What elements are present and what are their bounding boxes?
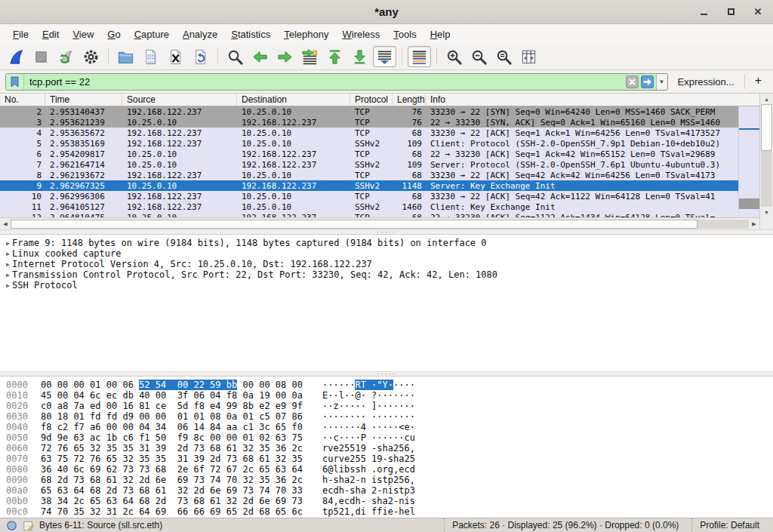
clear-filter-button[interactable] <box>626 75 639 88</box>
open-file-button[interactable] <box>114 46 137 67</box>
reload-file-button[interactable] <box>189 46 212 67</box>
packet-row-4[interactable]: 42.953635672192.168.122.23710.25.0.10TCP… <box>0 128 738 138</box>
close-file-button[interactable] <box>164 46 187 67</box>
filter-bookmark-button[interactable] <box>6 74 24 90</box>
packet-row-9[interactable]: 92.96296732510.25.0.10192.168.122.237SSH… <box>0 180 738 191</box>
vertical-scroll-track[interactable] <box>761 104 772 207</box>
hex-row[interactable]: 0040f8 c2 f7 a6 00 00 04 34 06 14 84 aa … <box>0 422 773 432</box>
packet-row-8[interactable]: 82.962193672192.168.122.23710.25.0.10TCP… <box>0 170 738 180</box>
packet-list-vertical-scrollbar[interactable]: ▲ ▼ <box>759 94 773 217</box>
go-last-button[interactable] <box>348 46 371 67</box>
column-header-destination[interactable]: Destination <box>237 94 350 106</box>
packet-list-horizontal-scrollbar[interactable]: ◀ ▶ <box>0 217 759 229</box>
filter-dropdown-caret[interactable]: ▾ <box>656 74 667 90</box>
zoom-out-button[interactable] <box>467 46 491 67</box>
intelligent-scrollbar-minimap[interactable] <box>738 106 759 217</box>
save-file-button[interactable]: 010101101011 <box>139 46 162 67</box>
menu-tools[interactable]: Tools <box>386 26 423 42</box>
apply-filter-button[interactable] <box>641 75 654 88</box>
add-filter-button[interactable]: + <box>750 74 768 89</box>
detail-line[interactable]: ▶Transmission Control Protocol, Src Port… <box>0 269 773 280</box>
zoom-in-button[interactable] <box>442 46 466 67</box>
expand-twisty-icon[interactable]: ▶ <box>0 240 12 247</box>
capture-comment-button[interactable] <box>23 520 34 531</box>
restart-capture-button[interactable] <box>54 46 78 67</box>
titlebar[interactable]: *any ✕ <box>0 0 773 24</box>
column-header-time[interactable]: Time <box>45 94 122 106</box>
packet-row-11[interactable]: 112.964105127192.168.122.23710.25.0.10SS… <box>0 201 738 212</box>
hex-row[interactable]: 007063 75 72 76 65 32 35 35 31 39 2d 73 … <box>0 454 773 464</box>
display-filter-input[interactable]: tcp.port == 22 ▾ <box>5 73 668 91</box>
menu-capture[interactable]: Capture <box>128 26 176 42</box>
pane-splitter-bottom[interactable]: ····· <box>0 371 773 377</box>
menu-statistics[interactable]: Statistics <box>224 26 277 42</box>
column-header-protocol[interactable]: Protocol <box>350 94 393 106</box>
expand-twisty-icon[interactable]: ▶ <box>0 251 12 257</box>
packet-row-6[interactable]: 62.95420981710.25.0.10192.168.122.237TCP… <box>0 149 738 159</box>
packet-row-2[interactable]: 22.953140437192.168.122.23710.25.0.10TCP… <box>0 106 738 117</box>
detail-line[interactable]: ▶SSH Protocol <box>0 280 773 291</box>
hex-row[interactable]: 009068 2d 73 68 61 32 2d 6e 69 73 74 70 … <box>0 475 773 485</box>
column-header-source[interactable]: Source <box>122 94 237 106</box>
detail-line[interactable]: ▶Frame 9: 1148 bytes on wire (9184 bits)… <box>0 238 773 248</box>
vertical-scroll-thumb[interactable] <box>761 104 772 151</box>
menu-analyze[interactable]: Analyze <box>176 26 224 42</box>
hex-row[interactable]: 00b038 34 2c 65 63 64 68 2d 73 68 61 32 … <box>0 496 773 506</box>
horizontal-scroll-track[interactable] <box>11 220 749 229</box>
scroll-up-arrow-icon[interactable]: ▲ <box>760 94 773 104</box>
expand-twisty-icon[interactable]: ▶ <box>0 282 12 289</box>
horizontal-scroll-thumb[interactable] <box>11 220 698 229</box>
hex-row[interactable]: 006072 76 65 32 35 35 31 39 2d 73 68 61 … <box>0 443 773 454</box>
hex-row[interactable]: 00a065 63 64 68 2d 73 68 61 32 2d 6e 69 … <box>0 485 773 496</box>
pane-splitter-top[interactable]: ····· <box>0 229 773 235</box>
hex-row[interactable]: 003080 18 01 fd fd d9 00 00 01 01 08 0a … <box>0 411 773 422</box>
scroll-left-arrow-icon[interactable]: ◀ <box>0 221 11 227</box>
go-forward-button[interactable] <box>273 46 297 67</box>
maximize-button[interactable] <box>725 6 737 18</box>
menu-wireless[interactable]: Wireless <box>336 26 387 42</box>
resize-columns-button[interactable] <box>517 46 540 67</box>
capture-options-button[interactable] <box>79 46 103 67</box>
hex-row[interactable]: 008036 40 6c 69 62 73 73 68 2e 6f 72 67 … <box>0 464 773 475</box>
hex-row[interactable]: 0020c0 a8 7a ed 00 16 81 ce 5d f8 e4 99 … <box>0 401 773 411</box>
packet-row-5[interactable]: 52.953835169192.168.122.23710.25.0.10SSH… <box>0 138 738 149</box>
expand-twisty-icon[interactable]: ▶ <box>0 272 12 278</box>
menu-help[interactable]: Help <box>423 26 457 42</box>
detail-line[interactable]: ▶Linux cooked capture <box>0 248 773 259</box>
zoom-reset-button[interactable] <box>492 46 516 67</box>
expand-twisty-icon[interactable]: ▶ <box>0 261 12 268</box>
hex-row[interactable]: 00c074 70 35 32 31 2c 64 69 66 66 69 65 … <box>0 506 773 517</box>
find-packet-button[interactable] <box>223 46 247 67</box>
column-header-info[interactable]: Info <box>426 94 759 106</box>
menu-edit[interactable]: Edit <box>35 26 66 42</box>
column-header-no[interactable]: No. <box>0 94 45 106</box>
packet-row-3[interactable]: 32.95362123910.25.0.10192.168.122.237TCP… <box>0 117 738 128</box>
menu-view[interactable]: View <box>66 26 100 42</box>
packet-row-10[interactable]: 102.962996306192.168.122.23710.25.0.10TC… <box>0 191 738 201</box>
scroll-right-arrow-icon[interactable]: ▶ <box>749 221 759 227</box>
go-back-button[interactable] <box>248 46 272 67</box>
colorize-button[interactable] <box>408 46 431 67</box>
scroll-down-arrow-icon[interactable]: ▼ <box>760 207 773 217</box>
hex-row[interactable]: 001045 00 04 6c ec db 40 00 3f 06 04 f8 … <box>0 390 773 401</box>
expression-button[interactable]: Expression... <box>673 76 739 88</box>
detail-line[interactable]: ▶Internet Protocol Version 4, Src: 10.25… <box>0 259 773 269</box>
close-button[interactable]: ✕ <box>752 6 764 18</box>
column-header-length[interactable]: Length <box>393 94 426 106</box>
profile-selector[interactable]: Profile: Default <box>691 518 767 532</box>
auto-scroll-button[interactable] <box>373 46 396 67</box>
hex-row[interactable]: 00509d 9e 63 ac 1b c6 f1 50 f9 8c 00 00 … <box>0 432 773 443</box>
go-first-button[interactable] <box>323 46 346 67</box>
hex-row[interactable]: 000000 00 00 01 00 06 52 54 00 22 59 bb … <box>0 380 773 390</box>
menu-file[interactable]: File <box>6 26 35 42</box>
menu-go[interactable]: Go <box>100 26 127 42</box>
packet-row-12[interactable]: 122.96481047510.25.0.10192.168.122.237TC… <box>0 212 738 217</box>
expert-info-button[interactable] <box>6 520 17 531</box>
packet-bytes-pane[interactable]: 000000 00 00 01 00 06 52 54 00 22 59 bb … <box>0 377 773 518</box>
minimize-button[interactable] <box>698 6 710 18</box>
go-to-packet-button[interactable] <box>298 46 322 67</box>
stop-capture-button[interactable] <box>29 46 53 67</box>
menu-telephony[interactable]: Telephony <box>277 26 335 42</box>
packet-row-7[interactable]: 72.96216471410.25.0.10192.168.122.237SSH… <box>0 159 738 170</box>
start-capture-button[interactable] <box>5 46 28 67</box>
